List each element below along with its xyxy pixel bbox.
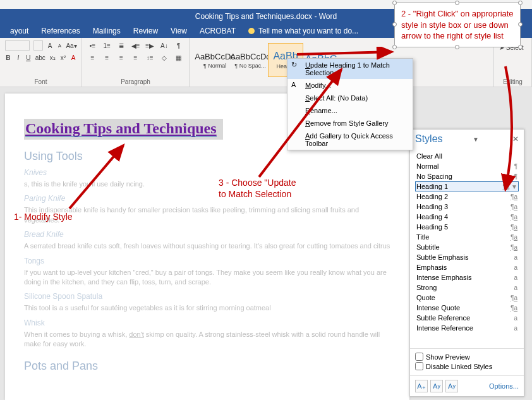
- style-list-item[interactable]: Subtle Referencea: [415, 313, 519, 323]
- body-text[interactable]: A serrated bread knife cuts soft, fresh …: [24, 241, 390, 251]
- increase-indent-button[interactable]: ≡▶: [145, 40, 155, 51]
- tab-references[interactable]: References: [41, 27, 80, 35]
- heading-spatula[interactable]: Silicone Spoon Spatula: [24, 292, 390, 301]
- context-menu-item[interactable]: Add Gallery to Quick Access Toolbar: [287, 130, 413, 150]
- tab-mailings[interactable]: Mailings: [93, 27, 121, 35]
- style-list-item[interactable]: No Spacing¶: [415, 171, 519, 181]
- paragraph-group-label: Paragraph: [87, 78, 184, 85]
- style-list-item[interactable]: Heading 3¶a: [415, 202, 519, 212]
- grow-font-icon[interactable]: A: [47, 40, 52, 51]
- manage-styles-button[interactable]: Ay: [445, 380, 458, 392]
- body-text[interactable]: This tool is a s useful for sautéing veg…: [24, 303, 390, 313]
- font-color-button[interactable]: A: [70, 52, 76, 63]
- new-style-button[interactable]: A₊: [415, 380, 428, 392]
- body-text[interactable]: s, this is the knife you'll use daily nc…: [24, 179, 390, 189]
- body-text[interactable]: If you want to up-level your kitchen "cr…: [24, 268, 390, 288]
- heading-tongs[interactable]: Tongs: [24, 257, 390, 265]
- style-list-item[interactable]: Heading 4¶a: [415, 212, 519, 222]
- tab-layout[interactable]: ayout: [10, 27, 28, 35]
- tab-review[interactable]: Review: [133, 27, 158, 35]
- annotation-2-box: 2 - "Right Click" on appropriate style i…: [394, 3, 521, 47]
- numbering-button[interactable]: 1≡: [102, 40, 112, 51]
- justify-button[interactable]: ≡: [130, 52, 141, 63]
- context-menu-item[interactable]: ↻Update Heading 1 to Match Selection: [287, 59, 413, 79]
- font-controls: A A Aa▾ B I U abc x₂ x² A: [5, 40, 76, 75]
- italic-button[interactable]: I: [15, 52, 21, 63]
- bullets-button[interactable]: •≡: [87, 40, 98, 51]
- document-title: Cooking Tips and Techniques.docx - Word: [195, 12, 337, 21]
- tab-view[interactable]: View: [171, 27, 187, 35]
- pane-dropdown-icon[interactable]: ▼: [473, 136, 482, 143]
- style-list-item[interactable]: Clear All: [415, 151, 519, 161]
- style-list-item[interactable]: Normal¶: [415, 161, 519, 171]
- subscript-button[interactable]: x₂: [49, 52, 56, 63]
- tell-me-search[interactable]: Tell me what you want to do...: [248, 27, 358, 35]
- sort-button[interactable]: A↓: [159, 40, 170, 51]
- heading-bread[interactable]: Bread Knife: [24, 230, 390, 239]
- refresh-icon: ↻: [291, 61, 300, 70]
- borders-button[interactable]: ▦: [173, 52, 184, 63]
- styles-pane: Styles ▼ ✕ Clear AllNormal¶No Spacing¶He…: [409, 129, 524, 397]
- disable-linked-checkbox[interactable]: Disable Linked Styles: [415, 362, 519, 370]
- style-list-item[interactable]: Emphasisa: [415, 262, 519, 272]
- heading-whisk[interactable]: Whisk: [24, 318, 390, 327]
- show-preview-checkbox[interactable]: Show Preview: [415, 353, 519, 361]
- align-left-button[interactable]: ≡: [87, 52, 98, 63]
- heading-pots-pans[interactable]: Pots and Pans: [24, 360, 390, 373]
- style-inspector-button[interactable]: Ay: [430, 380, 443, 392]
- decrease-indent-button[interactable]: ◀≡: [130, 40, 141, 51]
- font-size-box[interactable]: [33, 40, 44, 51]
- bulb-icon: [248, 28, 255, 34]
- style-list-item[interactable]: Intense Emphasisa: [415, 272, 519, 282]
- heading-knives[interactable]: Knives: [24, 168, 390, 177]
- styles-list: Clear AllNormal¶No Spacing¶Heading 1¶a ▼…: [410, 148, 524, 348]
- font-group: A A Aa▾ B I U abc x₂ x² A Font: [0, 38, 82, 87]
- align-right-button[interactable]: ≡: [116, 52, 126, 63]
- document-heading-title[interactable]: Cooking Tips and Techniques: [24, 119, 223, 140]
- heading-paring[interactable]: Paring Knife: [24, 194, 390, 203]
- context-menu-item[interactable]: AModify...: [287, 79, 413, 92]
- style-list-item[interactable]: Heading 1¶a ▼: [415, 181, 519, 191]
- context-menu-item[interactable]: Select All: (No Data): [287, 92, 413, 104]
- context-menu-item[interactable]: Remove from Style Gallery: [287, 117, 413, 130]
- annotation-1: 1- Modify Style: [14, 211, 73, 222]
- tab-acrobat[interactable]: ACROBAT: [200, 27, 236, 35]
- style-thumb[interactable]: AaBbCcDc¶ Normal: [197, 43, 233, 77]
- shading-button[interactable]: ◇: [159, 52, 170, 63]
- style-context-menu: ↻Update Heading 1 to Match SelectionAMod…: [287, 58, 413, 150]
- change-case-icon[interactable]: Aa▾: [66, 40, 76, 51]
- editing-group-label: Editing: [499, 78, 526, 85]
- align-center-button[interactable]: ≡: [102, 52, 112, 63]
- multilevel-button[interactable]: ≣: [116, 40, 126, 51]
- style-list-item[interactable]: Intense Referencea: [415, 323, 519, 333]
- modify-icon: A: [291, 81, 300, 90]
- style-list-item[interactable]: Title¶a: [415, 232, 519, 242]
- style-list-item[interactable]: Heading 5¶a: [415, 222, 519, 232]
- style-list-item[interactable]: Heading 2¶a: [415, 191, 519, 202]
- font-group-label: Font: [5, 78, 76, 85]
- style-list-item[interactable]: Subtitle¶a: [415, 242, 519, 252]
- heading-using-tools[interactable]: Using Tools: [24, 150, 390, 163]
- style-list-item[interactable]: Quote¶a: [415, 293, 519, 303]
- annotation-3: 3 - Choose "Update to Match Selection: [219, 177, 301, 200]
- styles-pane-title: Styles: [415, 133, 443, 145]
- bold-button[interactable]: B: [5, 52, 11, 63]
- paragraph-group: •≡ 1≡ ≣ ◀≡ ≡▶ A↓ ¶ ≡ ≡ ≡ ≡ ↕≡ ◇ ▦ Paragr…: [82, 38, 190, 87]
- style-list-item[interactable]: Intense Quote¶a: [415, 303, 519, 313]
- style-thumb[interactable]: AaBbCcDc¶ No Spac...: [233, 43, 268, 77]
- body-text[interactable]: This indispensable knife is handy for sm…: [24, 205, 390, 225]
- superscript-button[interactable]: x²: [60, 52, 66, 63]
- close-icon[interactable]: ✕: [512, 135, 519, 143]
- styles-pane-footer: Show Preview Disable Linked Styles: [410, 348, 524, 375]
- font-name-box[interactable]: [5, 40, 30, 51]
- style-list-item[interactable]: Stronga: [415, 282, 519, 293]
- options-link[interactable]: Options...: [489, 382, 519, 390]
- style-list-item[interactable]: Subtle Emphasisa: [415, 252, 519, 262]
- underline-button[interactable]: U: [25, 52, 32, 63]
- show-marks-button[interactable]: ¶: [173, 40, 184, 51]
- body-text[interactable]: When it comes to buying a whisk, don't s…: [24, 330, 390, 349]
- strikethrough-button[interactable]: abc: [35, 52, 45, 63]
- line-spacing-button[interactable]: ↕≡: [145, 52, 155, 63]
- shrink-font-icon[interactable]: A: [57, 40, 63, 51]
- context-menu-item[interactable]: Rename...: [287, 104, 413, 117]
